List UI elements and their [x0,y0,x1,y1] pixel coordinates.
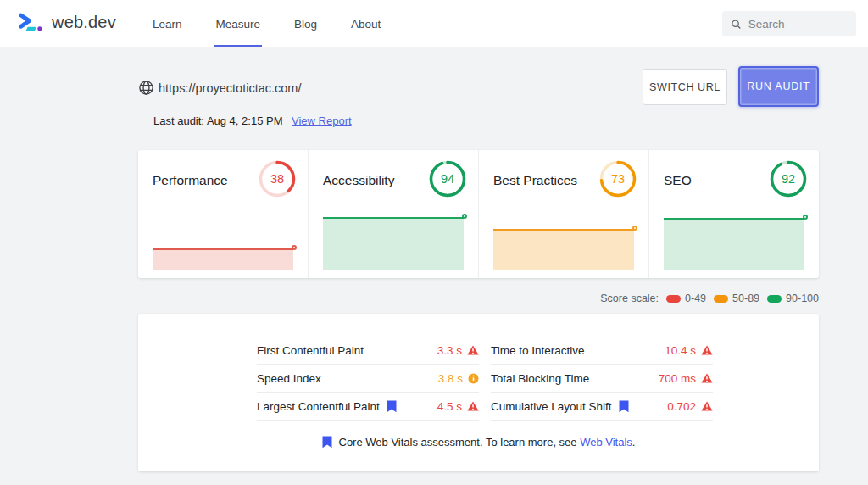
nav-item-measure[interactable]: Measure [214,0,263,47]
sparkline-endpoint-dot [632,226,637,231]
scale-range-pass: 90-100 [767,293,819,304]
top-navigation-bar: web.dev Learn Measure Blog About [0,0,868,47]
search-box[interactable] [722,11,856,36]
metric-value: 0.702 [667,400,696,413]
scale-range-label: 50-89 [732,293,760,304]
score-value: 73 [611,172,625,186]
scale-range-average: 50-89 [714,293,760,304]
score-category-label: SEO [664,173,692,188]
metric-value: 3.3 s [437,344,462,357]
logo-text: web.dev [52,13,116,32]
web-vitals-link[interactable]: Web Vitals [580,436,632,449]
search-input[interactable] [748,18,848,31]
score-category-label: Accessibility [323,173,394,188]
scale-range-fail: 0-49 [666,293,706,304]
sparkline-endpoint-dot [803,215,808,220]
core-web-vital-bookmark-icon [619,400,629,413]
metric-label: Total Blocking Time [491,372,589,385]
view-report-link[interactable]: View Report [292,114,352,127]
score-gauge-icon: 92 [769,159,808,198]
score-trend-sparkline [664,218,804,270]
metric-row-time-to-interactive: Time to Interactive 10.4 s [491,337,713,365]
switch-url-button[interactable]: SWITCH URL [643,69,727,105]
main-nav: Learn Measure Blog About [151,0,382,47]
sparkline-endpoint-dot [462,214,467,219]
nav-item-learn[interactable]: Learn [151,0,184,47]
score-card-accessibility: Accessibility 94 [308,150,478,278]
search-icon [731,18,742,31]
metric-row-first-contentful-paint: First Contentful Paint 3.3 s [257,337,479,365]
score-summary-panel: Performance 38 Accessibility 94 Best Pra… [138,150,819,278]
scale-range-label: 0-49 [685,293,706,304]
metric-row-total-blocking-time: Total Blocking Time 700 ms [491,365,713,393]
scale-range-label: 90-100 [786,293,819,304]
score-card-performance: Performance 38 [138,150,308,278]
warning-triangle-icon [701,401,713,411]
globe-icon [138,80,154,96]
core-web-vitals-note: Core Web Vitals assessment. To learn mor… [138,436,819,449]
metric-label: Cumulative Layout Shift [491,400,612,413]
average-color-swatch [714,295,728,303]
nav-item-about[interactable]: About [349,0,382,47]
score-scale-label: Score scale: [600,293,659,304]
metrics-column-left: First Contentful Paint 3.3 s Speed Index… [257,337,479,421]
metric-value: 10.4 s [665,344,696,357]
score-trend-sparkline [323,217,464,270]
core-web-vital-bookmark-icon [387,400,397,413]
score-gauge-icon: 38 [258,159,297,198]
score-gauge-icon: 94 [428,159,467,198]
sparkline-endpoint-dot [292,245,297,250]
warning-triangle-icon [701,345,713,355]
warning-triangle-icon [467,401,479,411]
metric-label: Time to Interactive [491,344,585,357]
info-circle-icon [468,373,479,384]
metric-row-largest-contentful-paint: Largest Contentful Paint 4.5 s [257,393,479,421]
metrics-column-right: Time to Interactive 10.4 s Total Blockin… [491,337,713,421]
metric-value: 700 ms [659,372,696,385]
nav-item-blog[interactable]: Blog [292,0,319,47]
metric-value: 3.8 s [438,372,463,385]
metric-row-cumulative-layout-shift: Cumulative Layout Shift 0.702 [491,393,713,421]
note-text: Core Web Vitals assessment. To learn mor… [339,436,636,449]
audited-url: https://proyectotictac.com/ [159,81,301,95]
score-category-label: Performance [153,173,228,188]
last-audit-timestamp: Last audit: Aug 4, 2:15 PM [153,114,283,127]
score-card-seo: SEO 92 [648,150,819,278]
metric-value: 4.5 s [437,400,462,413]
metric-label: Largest Contentful Paint [257,400,380,413]
fail-color-swatch [666,295,681,303]
score-scale-legend: Score scale: 0-49 50-89 90-100 [600,293,819,304]
score-value: 92 [782,172,795,186]
run-audit-button[interactable]: RUN AUDIT [738,66,819,107]
lighthouse-metrics-panel: First Contentful Paint 3.3 s Speed Index… [138,314,819,471]
pass-color-swatch [767,295,782,303]
metrics-table: First Contentful Paint 3.3 s Speed Index… [257,337,713,421]
web-dev-logo[interactable]: web.dev [17,11,116,33]
score-value: 94 [441,172,454,186]
score-value: 38 [270,172,284,186]
bookmark-icon [322,436,332,449]
metric-label: First Contentful Paint [257,344,364,357]
warning-triangle-icon [467,345,479,355]
score-trend-sparkline [153,248,293,270]
web-dev-chevron-icon [17,11,44,33]
score-category-label: Best Practices [493,173,577,188]
score-trend-sparkline [493,229,634,270]
score-card-best-practices: Best Practices 73 [478,150,648,278]
metric-row-speed-index: Speed Index 3.8 s [257,365,479,393]
warning-triangle-icon [701,373,713,383]
metric-label: Speed Index [257,372,321,385]
score-gauge-icon: 73 [598,159,637,198]
